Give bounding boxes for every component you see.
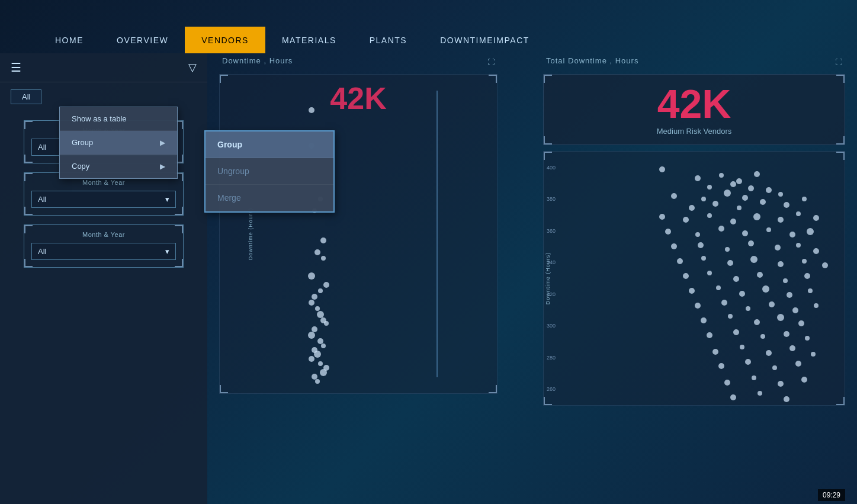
svg-point-29 [695,175,701,181]
svg-point-12 [315,306,320,311]
filter-select-2[interactable]: All ▾ [31,191,176,208]
context-menu-copy[interactable]: Copy ▶ [60,155,177,178]
svg-point-64 [698,242,704,248]
svg-point-28 [659,166,665,172]
svg-point-87 [787,292,792,298]
right-scatter-svg [544,152,845,405]
svg-point-7 [308,272,315,280]
all-button[interactable]: All [11,89,41,104]
svg-point-75 [802,259,807,264]
svg-point-26 [312,374,317,380]
nav-bar: Home Overview Vendors Materials Plants D… [38,27,857,53]
right-y-axis: 400 380 360 340 320 300 280 260 [547,152,567,405]
svg-point-68 [796,243,801,248]
svg-point-99 [798,320,804,326]
svg-point-44 [737,206,742,210]
svg-point-113 [795,361,801,367]
svg-point-67 [775,245,781,251]
svg-point-94 [814,303,819,308]
svg-point-63 [671,243,677,249]
svg-point-54 [796,211,801,216]
main-content: Downtime , Hours ⛶ 42K Downtime (Hours) [207,53,857,504]
svg-point-84 [716,285,721,290]
svg-point-15 [324,321,329,326]
filter-select-3[interactable]: All ▾ [31,243,176,260]
svg-point-39 [742,195,748,201]
nav-vendors[interactable]: Vendors [185,27,265,53]
svg-point-10 [312,294,317,300]
filter-icon[interactable]: ▽ [188,61,197,74]
svg-point-13 [317,311,324,318]
svg-point-30 [719,173,724,178]
svg-point-37 [701,197,706,201]
svg-point-98 [777,314,784,321]
right-scatter-chart: 400 380 360 340 320 300 280 260 Downtime… [543,151,845,406]
nav-downtime-impact[interactable]: DowntimeImpact [423,27,546,53]
svg-point-103 [784,331,789,337]
kpi-value: 42K [657,84,731,124]
svg-point-89 [695,303,701,309]
svg-point-53 [778,217,784,223]
svg-point-55 [813,215,819,221]
svg-point-22 [309,356,314,362]
svg-point-9 [318,288,323,293]
left-scatter-svg [220,75,497,393]
svg-point-83 [689,288,695,294]
sidebar-header: ☰ ▽ [0,53,207,82]
nav-home[interactable]: Home [38,27,100,53]
svg-point-47 [802,197,807,201]
svg-point-100 [707,332,712,338]
right-expand-icon[interactable]: ⛶ [835,58,842,66]
nav-overview[interactable]: Overview [100,27,185,53]
svg-point-41 [778,192,783,197]
svg-point-110 [718,363,724,369]
svg-point-117 [801,377,807,383]
left-expand-icon[interactable]: ⛶ [487,58,495,66]
svg-point-120 [784,396,789,402]
svg-point-93 [792,307,798,313]
sub-menu-group[interactable]: Group [206,131,333,158]
svg-point-85 [739,291,745,297]
svg-point-45 [760,199,766,205]
svg-point-8 [323,282,329,288]
svg-point-106 [740,345,744,349]
filter-label-3: Month & Year [31,231,176,238]
svg-point-56 [665,229,671,235]
svg-point-76 [822,262,828,268]
svg-point-114 [724,380,730,386]
right-chart-panel: Total Downtime , Hours ⛶ 42K Medium Risk… [543,53,845,498]
svg-point-23 [318,361,323,366]
svg-point-36 [671,193,677,199]
svg-point-81 [783,278,788,283]
svg-point-66 [748,240,754,246]
svg-point-118 [730,394,736,400]
svg-point-51 [730,219,736,224]
svg-point-109 [811,352,816,357]
svg-point-61 [789,232,795,237]
context-menu-show-table[interactable]: Show as a table [60,107,177,131]
context-menu-group[interactable]: Group ▶ [60,131,177,155]
svg-point-59 [742,230,748,236]
svg-point-80 [757,272,763,278]
hamburger-icon[interactable]: ☰ [11,60,21,75]
svg-point-108 [789,345,795,351]
svg-point-18 [317,338,323,344]
svg-point-69 [813,248,819,254]
svg-point-46 [784,202,789,208]
svg-point-97 [754,319,760,325]
context-menu: Show as a table Group ▶ Copy ▶ [59,107,178,179]
svg-point-52 [753,213,760,220]
svg-point-102 [760,334,765,339]
nav-materials[interactable]: Materials [265,27,353,53]
svg-point-60 [766,227,771,232]
svg-point-17 [308,332,315,339]
svg-point-111 [745,359,751,365]
sub-menu: Group Ungroup Merge [204,130,335,213]
svg-point-116 [778,381,784,387]
svg-point-91 [746,306,750,311]
left-chart-panel: Downtime , Hours ⛶ 42K Downtime (Hours) [219,53,497,498]
svg-point-119 [758,391,762,396]
filter-group-3: Month & Year All ▾ [24,224,184,268]
nav-plants[interactable]: Plants [353,27,423,53]
svg-point-34 [730,181,736,187]
